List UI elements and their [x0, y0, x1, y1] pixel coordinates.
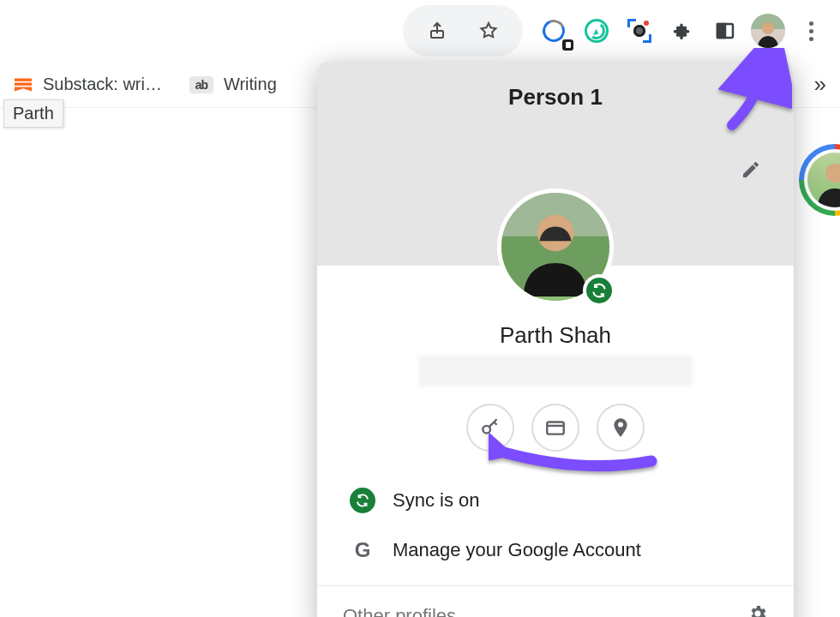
profile-popup-footer: Other profiles: [317, 585, 794, 617]
svg-rect-2: [717, 24, 725, 38]
profile-email-redacted: [418, 356, 693, 386]
side-panel-icon[interactable]: [706, 12, 744, 50]
manage-account-label: Manage your Google Account: [393, 539, 641, 561]
profile-popup: Person 1 Parth Shah: [317, 62, 794, 617]
svg-point-4: [762, 22, 774, 34]
profile-name: Parth Shah: [343, 322, 768, 349]
bookmark-substack[interactable]: Substack: wri…: [14, 75, 162, 94]
annotation-arrow-sync: [489, 427, 660, 487]
account-ring-avatar[interactable]: [799, 144, 840, 216]
other-profiles-label[interactable]: Other profiles: [343, 605, 456, 617]
browser-toolbar: [0, 0, 840, 62]
omnibox-actions: [403, 5, 523, 57]
svg-point-7: [825, 164, 840, 183]
google-g-icon: G: [350, 537, 375, 563]
onetab-extension-icon[interactable]: [535, 12, 573, 50]
svg-rect-6: [15, 82, 32, 85]
screenshot-extension-icon[interactable]: [621, 12, 658, 50]
sync-badge-icon: [583, 274, 615, 307]
substack-icon: [14, 75, 33, 94]
share-icon[interactable]: [418, 12, 456, 50]
profiles-settings-gear-icon[interactable]: [747, 603, 768, 617]
bookmark-tooltip: Parth: [3, 99, 63, 128]
sync-status-label: Sync is on: [393, 489, 480, 512]
svg-rect-5: [15, 78, 32, 81]
bookmark-label: Substack: wri…: [43, 75, 162, 94]
sync-on-icon: [350, 488, 375, 513]
star-icon[interactable]: [470, 12, 507, 50]
profile-title: Person 1: [334, 84, 777, 111]
bookmark-label: Writing: [224, 75, 277, 94]
profile-popup-body: Parth Shah Sync is on G Manage your G: [317, 266, 794, 585]
profile-avatar-button[interactable]: [749, 12, 787, 50]
annotation-arrow-profile: [715, 48, 792, 134]
bookmarks-overflow[interactable]: »: [814, 71, 826, 98]
manage-account-row[interactable]: G Manage your Google Account: [343, 525, 768, 575]
bookmark-writing[interactable]: ab Writing: [189, 75, 277, 94]
extensions-puzzle-icon[interactable]: [663, 12, 701, 50]
edit-profile-pencil-icon[interactable]: [732, 151, 770, 189]
kebab-menu-icon[interactable]: [792, 12, 830, 50]
grammarly-extension-icon[interactable]: [578, 12, 615, 50]
writing-icon: ab: [189, 76, 213, 93]
